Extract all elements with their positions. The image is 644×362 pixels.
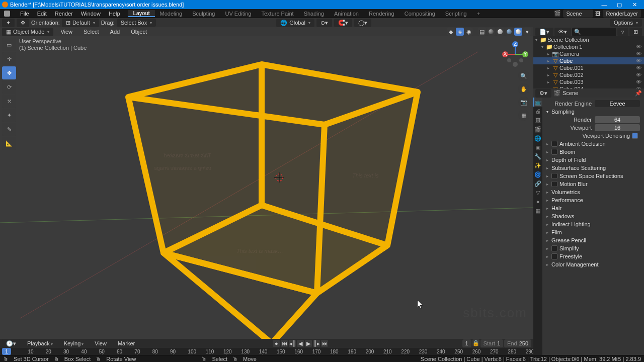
panel-simplify[interactable]: ▸Simplify: [542, 244, 644, 252]
timeline-view[interactable]: View: [91, 340, 111, 346]
outliner-new-collection[interactable]: ⊞: [629, 28, 642, 36]
timeline-keying[interactable]: Keying: [60, 340, 88, 346]
viewport-denoise-checkbox[interactable]: [632, 133, 638, 139]
mode-dropdown[interactable]: ▦Object Mode: [2, 28, 53, 36]
tab-texture[interactable]: ▦: [533, 206, 542, 215]
keyframe-next[interactable]: ┃▸: [313, 340, 320, 347]
menu-help[interactable]: Help: [105, 11, 124, 17]
workspace-add[interactable]: +: [472, 11, 485, 17]
tool-move[interactable]: ✥: [2, 66, 16, 79]
gizmo-toggle[interactable]: ◈: [456, 28, 464, 36]
workspace-sculpting[interactable]: Sculpting: [187, 11, 220, 17]
orientation-dropdown[interactable]: ⊞Default: [62, 19, 99, 27]
panel-bloom[interactable]: ▸Bloom: [542, 148, 644, 156]
3d-viewport[interactable]: This text is masked using a separate ima…: [0, 36, 533, 339]
timeline-editor-dropdown[interactable]: 🕑▾: [2, 339, 20, 348]
zoom-button[interactable]: 🔍: [518, 70, 529, 81]
play-reverse[interactable]: ◀: [297, 340, 304, 347]
panel-checkbox[interactable]: [551, 245, 557, 251]
keyframe-prev[interactable]: ◂┃: [289, 340, 296, 347]
outliner-item-cube[interactable]: ▸▽ Cube👁: [533, 57, 644, 64]
panel-checkbox[interactable]: [551, 181, 557, 187]
tab-physics[interactable]: 🌀: [533, 170, 542, 179]
outliner-item-camera[interactable]: ▸📷 Camera👁: [533, 50, 644, 57]
panel-performance[interactable]: ▸Performance: [542, 196, 644, 204]
panel-depth-of-field[interactable]: ▸Depth of Field: [542, 156, 644, 164]
tab-output[interactable]: 🖨: [533, 107, 542, 116]
frame-start[interactable]: Start1: [480, 339, 503, 347]
panel-volumetrics[interactable]: ▸Volumetrics: [542, 188, 644, 196]
tool-cursor[interactable]: ✛: [2, 52, 16, 65]
vp-menu-add[interactable]: Add: [106, 29, 124, 35]
interactionmode-dropdown[interactable]: ✥: [17, 19, 29, 27]
frame-end[interactable]: End250: [504, 339, 531, 347]
shading-lookdev[interactable]: [505, 28, 513, 36]
tool-select-box[interactable]: ▭: [2, 38, 16, 51]
panel-checkbox[interactable]: [551, 149, 557, 155]
autokey-toggle[interactable]: ●: [273, 340, 280, 347]
panel-checkbox[interactable]: [551, 253, 557, 259]
outliner-item-cube002[interactable]: ▸▽ Cube.002👁: [533, 71, 644, 78]
playhead[interactable]: 1: [2, 348, 11, 355]
vp-menu-object[interactable]: Object: [127, 29, 151, 35]
proportional-toggle[interactable]: ◯▾: [354, 19, 371, 27]
app-menu[interactable]: [0, 11, 16, 17]
workspace-uvediting[interactable]: UV Editing: [220, 11, 256, 17]
panel-motion-blur[interactable]: ▸Motion Blur: [542, 180, 644, 188]
visibility-toggle[interactable]: 👁: [636, 72, 642, 78]
shading-solid[interactable]: [496, 28, 504, 36]
panel-sampling[interactable]: ▾Sampling: [542, 108, 644, 116]
vp-menu-select[interactable]: Select: [79, 29, 103, 35]
nav-gizmo[interactable]: Z X Y: [500, 39, 530, 69]
tool-transform[interactable]: ✦: [2, 109, 16, 122]
editor-type-dropdown[interactable]: ✦: [2, 19, 15, 27]
tool-annotate[interactable]: ✎: [2, 123, 16, 136]
tab-object[interactable]: ▣: [533, 143, 542, 152]
tab-scene[interactable]: 🎬: [533, 125, 542, 134]
panel-checkbox[interactable]: [551, 141, 557, 147]
panel-film[interactable]: ▸Film: [542, 228, 644, 236]
panel-hair[interactable]: ▸Hair: [542, 204, 644, 212]
play[interactable]: ▶: [305, 340, 312, 347]
tool-scale[interactable]: ⤧: [2, 95, 16, 108]
menu-window[interactable]: Window: [77, 11, 105, 17]
outliner-collection-1[interactable]: ▾📁 Collection 1 👁: [533, 43, 644, 50]
tab-constraints[interactable]: 🔗: [533, 179, 542, 188]
workspace-texturepaint[interactable]: Texture Paint: [256, 11, 298, 17]
tab-render[interactable]: 📺: [533, 98, 542, 107]
outliner-scene-collection[interactable]: ▾📁 Scene Collection: [533, 36, 644, 43]
outliner-display-mode[interactable]: 📄▾: [535, 28, 553, 36]
shading-wireframe[interactable]: [487, 28, 495, 36]
panel-indirect-lighting[interactable]: ▸Indirect Lighting: [542, 220, 644, 228]
xray-toggle[interactable]: ▤: [478, 28, 486, 36]
tool-rotate[interactable]: ⟳: [2, 80, 16, 94]
frame-current[interactable]: 1: [462, 339, 471, 347]
menu-render[interactable]: Render: [51, 11, 77, 17]
workspace-shading[interactable]: Shading: [299, 11, 329, 17]
renderlayer-field[interactable]: RenderLayer: [603, 10, 641, 18]
tab-viewlayer[interactable]: 🖼: [533, 116, 542, 125]
panel-checkbox[interactable]: [551, 173, 557, 179]
workspace-animation[interactable]: Animation: [329, 11, 364, 17]
menu-file[interactable]: File: [16, 11, 33, 17]
shading-rendered[interactable]: [514, 28, 522, 36]
shading-dropdown[interactable]: ▾: [523, 28, 531, 36]
transform-orient-dropdown[interactable]: 🌐Global: [276, 19, 314, 27]
workspace-compositing[interactable]: Compositing: [399, 11, 440, 17]
pan-button[interactable]: ✋: [518, 83, 529, 95]
pivot-dropdown[interactable]: ⊙▾: [316, 19, 332, 27]
menu-edit[interactable]: Edit: [33, 11, 51, 17]
workspace-layout[interactable]: Layout: [128, 10, 155, 17]
viewport-samples-field[interactable]: 16: [595, 124, 640, 131]
tool-measure[interactable]: 📐: [2, 137, 16, 150]
properties-editor-dropdown[interactable]: ⚙▾: [535, 89, 551, 98]
frame-lock[interactable]: 🔒: [472, 339, 479, 346]
outliner-item-cube003[interactable]: ▸▽ Cube.003👁: [533, 78, 644, 85]
outliner-filter[interactable]: ▿: [617, 28, 628, 36]
outliner[interactable]: ▾📁 Scene Collection ▾📁 Collection 1 👁 ▸📷…: [533, 36, 644, 88]
jump-end[interactable]: ⏭: [321, 340, 328, 347]
panel-ambient-occlusion[interactable]: ▸Ambient Occlusion: [542, 140, 644, 148]
options-dropdown[interactable]: Options: [610, 19, 642, 27]
close-button[interactable]: ✕: [627, 0, 642, 9]
outliner-view-dropdown[interactable]: 👁▾: [554, 28, 571, 36]
